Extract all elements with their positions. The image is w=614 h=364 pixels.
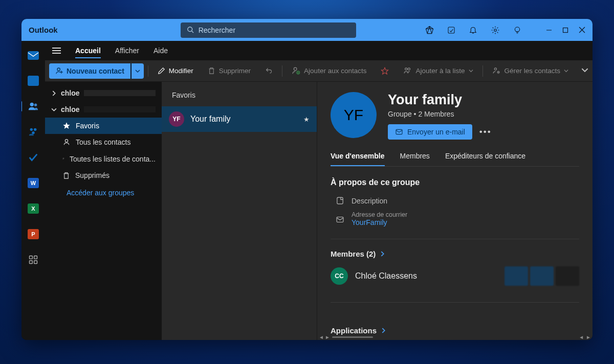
ribbon-tabs: Accueil Afficher Aide <box>45 41 593 60</box>
tab-view[interactable]: Afficher <box>115 47 139 55</box>
svg-point-12 <box>32 131 35 134</box>
svg-rect-32 <box>337 197 343 204</box>
horizontal-scrollbar[interactable]: ◄► ◄► <box>317 334 593 340</box>
tab-overview[interactable]: Vue d'ensemble <box>331 152 385 166</box>
detail-header: YF Your family Groupe • 2 Membres Envoye… <box>331 92 579 140</box>
rail-mail[interactable] <box>26 48 40 62</box>
toolbar-overflow[interactable] <box>581 66 588 74</box>
rail-word[interactable]: W <box>26 176 40 190</box>
nav-all-contacts-label: Tous les contacts <box>76 138 130 146</box>
gear-icon[interactable] <box>491 26 500 35</box>
undo-button[interactable] <box>260 63 278 79</box>
manage-contacts-button[interactable]: Gérer les contacts <box>487 63 574 79</box>
nav-favorites[interactable]: Favoris <box>45 118 162 134</box>
new-contact-button[interactable]: Nouveau contact <box>49 63 144 79</box>
person-add-icon <box>292 66 300 75</box>
account-1[interactable]: chloe <box>45 85 162 101</box>
svg-point-28 <box>65 140 68 142</box>
body: W X P Accueil Afficher Aide Nouveau cont… <box>21 41 593 340</box>
bell-icon[interactable] <box>469 26 477 34</box>
nav-deleted[interactable]: Supprimés <box>45 167 162 184</box>
minimize-icon[interactable] <box>546 27 552 33</box>
window-controls <box>546 27 585 33</box>
svg-point-20 <box>294 67 297 71</box>
svg-rect-16 <box>34 261 37 264</box>
more-actions-button[interactable]: ••• <box>479 127 492 137</box>
list-item[interactable]: YF Your family ★ <box>162 106 317 132</box>
address-value[interactable]: YourFamily <box>352 218 407 226</box>
svg-point-27 <box>497 72 499 73</box>
favorite-button[interactable] <box>376 63 394 79</box>
folder-nav: chloe chloe Favoris Tous les cont <box>45 82 162 340</box>
nav-all-contacts[interactable]: Tous les contacts <box>45 134 162 150</box>
member-row[interactable]: CC Chloé Claessens <box>331 266 579 286</box>
rail-calendar[interactable] <box>26 74 40 88</box>
trash-icon <box>62 172 70 179</box>
premium-icon[interactable] <box>425 26 434 34</box>
search-box[interactable] <box>181 22 356 38</box>
rail-powerpoint[interactable]: P <box>26 227 40 241</box>
rail-groups[interactable] <box>26 125 40 139</box>
rail-people[interactable] <box>26 99 40 113</box>
close-icon[interactable] <box>579 27 585 33</box>
send-email-button[interactable]: Envoyer un e-mail <box>388 124 472 140</box>
member-name: Chloé Claessens <box>355 271 417 281</box>
modify-button[interactable]: Modifier <box>152 63 199 79</box>
list-heading: Favoris <box>162 82 317 106</box>
send-email-label: Envoyer un e-mail <box>407 128 465 136</box>
star-icon[interactable]: ★ <box>303 116 310 123</box>
add-to-contacts-button[interactable]: Ajouter aux contacts <box>287 63 371 79</box>
nav-all-lists[interactable]: Toutes les listes de conta... <box>45 150 162 167</box>
rail-todo[interactable] <box>26 150 40 165</box>
about-heading: À propos de ce groupe <box>331 178 579 187</box>
chevron-right-icon <box>51 90 57 96</box>
svg-point-29 <box>63 158 63 158</box>
svg-point-24 <box>405 68 407 70</box>
note-icon[interactable] <box>447 26 455 34</box>
search-input[interactable] <box>199 26 350 34</box>
bulb-icon[interactable] <box>513 26 521 34</box>
delete-button[interactable]: Supprimer <box>203 63 256 79</box>
tab-members[interactable]: Membres <box>400 152 430 166</box>
svg-line-1 <box>191 31 193 33</box>
account-2[interactable]: chloe <box>45 101 162 118</box>
maximize-icon[interactable] <box>562 27 568 33</box>
chevron-down-icon <box>469 69 473 73</box>
rail-apps[interactable] <box>26 253 40 267</box>
tab-help[interactable]: Aide <box>154 47 168 55</box>
svg-point-0 <box>188 27 192 32</box>
star-icon <box>62 122 71 130</box>
rail-excel[interactable]: X <box>26 201 40 216</box>
people-gear-icon <box>492 66 501 75</box>
tab-home[interactable]: Accueil <box>75 47 101 58</box>
about-section: À propos de ce groupe Description Adress… <box>331 178 579 230</box>
new-contact-dropdown[interactable] <box>130 63 144 79</box>
new-contact-main[interactable]: Nouveau contact <box>49 63 130 79</box>
undo-icon <box>265 67 273 75</box>
app-rail: W X P <box>21 41 45 340</box>
people-icon <box>62 154 64 163</box>
nav-groups-link[interactable]: Accéder aux groupes <box>45 184 162 201</box>
add-contacts-label: Ajouter aux contacts <box>304 67 366 75</box>
tab-trusted-senders[interactable]: Expéditeurs de confiance <box>445 152 525 166</box>
edit-icon <box>158 67 165 75</box>
description-row: Description <box>331 193 579 208</box>
contact-list: Favoris YF Your family ★ <box>162 82 317 340</box>
envelope-icon <box>336 215 344 224</box>
nav-favorites-label: Favoris <box>76 122 99 130</box>
svg-point-17 <box>57 68 60 71</box>
svg-point-9 <box>34 104 37 107</box>
note-icon <box>336 196 344 205</box>
chevron-down-icon <box>564 69 568 73</box>
svg-point-25 <box>408 68 410 70</box>
people-icon <box>403 66 412 75</box>
hamburger-icon[interactable] <box>52 48 61 54</box>
detail-info: Your family Groupe • 2 Membres Envoyer u… <box>388 92 492 140</box>
svg-rect-2 <box>448 27 454 33</box>
members-heading[interactable]: Membres (2) <box>331 249 579 258</box>
envelope-icon <box>395 128 403 136</box>
add-to-list-button[interactable]: Ajouter à la liste <box>398 63 478 79</box>
app-title: Outlook <box>29 26 58 34</box>
detail-tabs: Vue d'ensemble Membres Expéditeurs de co… <box>331 152 579 167</box>
trash-icon <box>208 67 215 75</box>
